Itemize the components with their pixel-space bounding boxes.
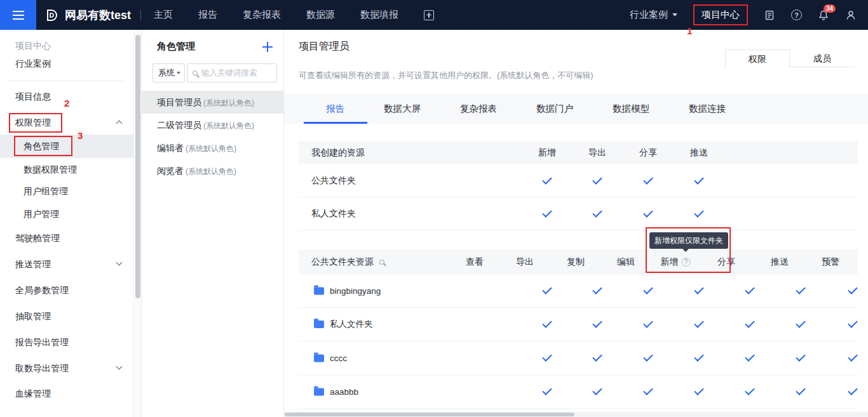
- sidebar-item-permission-management[interactable]: 权限管理: [0, 112, 133, 133]
- tab-data-portal[interactable]: 数据门户: [536, 94, 573, 124]
- check-icon[interactable]: [641, 350, 656, 366]
- check-icon[interactable]: [845, 350, 858, 366]
- check-icon[interactable]: [691, 206, 707, 222]
- horizontal-scrollbar[interactable]: [284, 412, 868, 417]
- check-icon[interactable]: [691, 283, 707, 298]
- column-export: 导出: [516, 256, 534, 268]
- project-center-button[interactable]: 项目中心 1: [693, 4, 748, 25]
- sidebar-item-push-management[interactable]: 推送管理: [0, 253, 133, 275]
- check-icon[interactable]: [590, 283, 605, 298]
- sidebar-item-extraction-management[interactable]: 抽取管理: [0, 305, 133, 327]
- role-item-viewer[interactable]: 阅览者(系统默认角色): [142, 159, 283, 182]
- notification-bell-icon[interactable]: 34: [818, 10, 829, 21]
- sidebar-item-global-params-management[interactable]: 全局参数管理: [0, 279, 133, 301]
- check-icon[interactable]: [793, 384, 808, 399]
- nav-complex-report[interactable]: 复杂报表: [243, 9, 281, 21]
- check-icon[interactable]: [539, 384, 555, 399]
- check-icon[interactable]: [793, 317, 808, 332]
- role-item-secondary-admin[interactable]: 二级管理员(系统默认角色): [142, 114, 283, 136]
- industry-case-label: 行业案例: [630, 9, 668, 21]
- sidebar-item-role-management[interactable]: 角色管理: [0, 135, 133, 158]
- role-search-box: [187, 63, 277, 83]
- roles-panel-title: 角色管理: [157, 41, 195, 53]
- check-icon[interactable]: [641, 173, 656, 189]
- check-icon[interactable]: [641, 384, 656, 399]
- sidebar-item-cockpit-management[interactable]: 驾驶舱管理: [0, 227, 133, 249]
- add-module-icon[interactable]: [424, 10, 434, 20]
- hamburger-icon: [13, 15, 24, 16]
- check-icon[interactable]: [742, 317, 757, 332]
- check-icon[interactable]: [742, 384, 757, 399]
- check-icon[interactable]: [845, 317, 858, 332]
- help-icon[interactable]: ?: [682, 258, 691, 267]
- chevron-down-icon: [672, 13, 677, 17]
- add-permission-tooltip: 新增权限仅限文件夹: [649, 232, 728, 249]
- check-icon[interactable]: [845, 283, 858, 298]
- nav-home[interactable]: 主页: [154, 9, 173, 21]
- check-icon[interactable]: [691, 317, 707, 332]
- app-root: 网易有数test 主页 报告 复杂报表 数据源 数据填报 行业案例 项目中心 1…: [0, 0, 868, 417]
- role-type-select[interactable]: 系统: [153, 63, 185, 83]
- check-icon[interactable]: [793, 350, 808, 366]
- check-icon[interactable]: [793, 283, 808, 298]
- table-header: 公共文件夹资源 查看 导出 复制 编辑 新增 ? 分享 推送 预警: [299, 249, 858, 274]
- tab-report[interactable]: 报告: [326, 94, 344, 124]
- sidebar-item-user-management[interactable]: 用户管理: [0, 203, 133, 225]
- tab-data-connection[interactable]: 数据连接: [689, 94, 726, 124]
- table-row: 公共文件夹: [299, 164, 858, 197]
- role-suffix: (系统默认角色): [203, 98, 254, 107]
- sidebar-scrollbar-thumb[interactable]: [135, 35, 140, 298]
- search-icon: [193, 70, 198, 76]
- check-icon[interactable]: [845, 384, 858, 399]
- check-icon[interactable]: [539, 283, 555, 298]
- check-icon[interactable]: [641, 317, 656, 332]
- check-icon[interactable]: [641, 283, 656, 298]
- help-icon[interactable]: ?: [791, 10, 802, 20]
- folder-row: bingbingyang: [299, 274, 858, 308]
- role-suffix: (系统默认角色): [186, 144, 236, 153]
- check-icon[interactable]: [590, 317, 605, 332]
- check-icon[interactable]: [691, 350, 707, 366]
- industry-case-dropdown[interactable]: 行业案例: [630, 9, 677, 21]
- tab-members[interactable]: 成员: [790, 50, 855, 67]
- check-icon[interactable]: [641, 206, 656, 222]
- tab-data-dashboard[interactable]: 数据大屏: [384, 94, 421, 124]
- add-role-button[interactable]: [262, 41, 273, 53]
- sidebar-scrollbar[interactable]: [133, 30, 142, 417]
- check-icon[interactable]: [539, 350, 555, 366]
- folder-row: aaabbb: [299, 375, 858, 409]
- role-item-editor[interactable]: 编辑者(系统默认角色): [142, 136, 283, 159]
- check-icon[interactable]: [590, 206, 605, 222]
- check-icon[interactable]: [590, 384, 605, 399]
- check-icon[interactable]: [539, 173, 555, 189]
- nav-report[interactable]: 报告: [198, 9, 217, 21]
- sidebar-item-lineage-management[interactable]: 血缘管理: [0, 383, 133, 404]
- hamburger-menu-button[interactable]: [0, 0, 36, 30]
- tab-data-model[interactable]: 数据模型: [613, 94, 649, 124]
- check-icon[interactable]: [742, 283, 757, 298]
- tab-permissions[interactable]: 权限: [725, 50, 790, 67]
- user-avatar-icon[interactable]: [845, 10, 857, 21]
- nav-data-source[interactable]: 数据源: [306, 9, 335, 21]
- role-search-input[interactable]: [201, 69, 271, 77]
- sidebar-item-data-export-management[interactable]: 取数导出管理: [0, 357, 133, 379]
- sidebar-item-user-group-management[interactable]: 用户组管理: [0, 180, 133, 202]
- main-content: 项目管理员 权限 成员 可查看或编辑所有的资源，并可设置其他用户的权限。(系统默…: [284, 30, 868, 417]
- check-icon[interactable]: [539, 317, 555, 332]
- horizontal-scrollbar-thumb[interactable]: [285, 413, 574, 416]
- tab-complex-report[interactable]: 复杂报表: [460, 94, 497, 124]
- check-icon[interactable]: [590, 350, 605, 366]
- sidebar-item-report-export-management[interactable]: 报告导出管理: [0, 331, 133, 353]
- nav-data-filling[interactable]: 数据填报: [360, 9, 398, 21]
- sidebar-industry-case[interactable]: 行业案例: [0, 53, 133, 74]
- check-icon[interactable]: [691, 173, 707, 189]
- search-icon[interactable]: [379, 260, 384, 265]
- sidebar-item-data-permission-management[interactable]: 数据权限管理: [0, 159, 133, 180]
- check-icon[interactable]: [539, 206, 555, 222]
- check-icon[interactable]: [742, 350, 757, 366]
- document-icon[interactable]: [764, 10, 775, 21]
- check-icon[interactable]: [590, 173, 605, 189]
- folder-icon: [314, 287, 324, 295]
- check-icon[interactable]: [691, 384, 707, 399]
- role-item-project-admin[interactable]: 项目管理员(系统默认角色): [142, 91, 283, 114]
